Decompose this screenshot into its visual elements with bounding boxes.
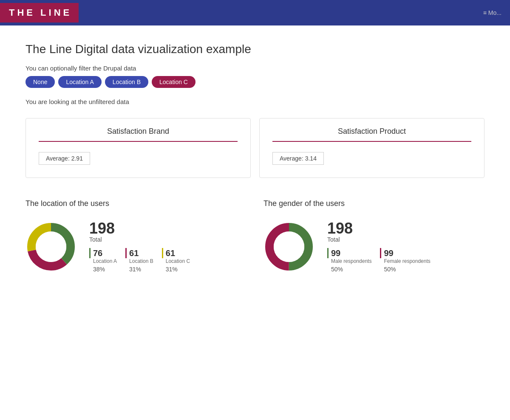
location-c-num: 61: [162, 248, 175, 258]
location-a-desc: Location A: [89, 258, 117, 264]
gender-chart-container: 198 Total 99 Male respondents 50% 99 Fem…: [264, 221, 484, 273]
location-b-stat: 61 Location B 31%: [125, 248, 153, 273]
satisfaction-brand-card: Satisfaction Brand Average: 2.91: [26, 118, 251, 178]
female-num: 99: [380, 248, 393, 258]
charts-row: The location of the users 198: [26, 199, 484, 273]
female-stat: 99 Female respondents 50%: [380, 248, 430, 273]
satisfaction-product-average: Average: 3.14: [272, 152, 324, 165]
svg-point-6: [274, 231, 304, 262]
location-total-num: 198: [89, 221, 246, 236]
male-stat: 99 Male respondents 50%: [327, 248, 371, 273]
location-c-stat: 61 Location C 31%: [162, 248, 190, 273]
location-a-stat: 76 Location A 38%: [89, 248, 117, 273]
location-donut-chart: [26, 221, 76, 272]
location-stat-items: 76 Location A 38% 61 Location B 31% 61 L…: [89, 248, 246, 273]
gender-total-num: 198: [327, 221, 484, 236]
header: THE LINE ≡ Mo...: [0, 0, 510, 25]
card-divider: [39, 141, 238, 142]
female-desc: Female respondents: [380, 258, 430, 264]
gender-total-label: Total: [327, 236, 484, 243]
filter-location-c-button[interactable]: Location C: [152, 76, 196, 88]
location-chart-title: The location of the users: [26, 199, 246, 208]
filter-location-b-button[interactable]: Location B: [105, 76, 148, 88]
unfiltered-text: You are looking at the unfiltered data: [26, 98, 484, 105]
gender-donut-chart: [264, 221, 314, 272]
gender-stats: 198 Total 99 Male respondents 50% 99 Fem…: [327, 221, 484, 273]
filter-buttons: None Location A Location B Location C: [26, 76, 484, 88]
gender-stat-items: 99 Male respondents 50% 99 Female respon…: [327, 248, 484, 273]
location-stats: 198 Total 76 Location A 38% 61 Location …: [89, 221, 246, 273]
page-title: The Line Digital data vizualization exam…: [26, 42, 484, 56]
satisfaction-brand-average: Average: 2.91: [39, 152, 90, 165]
location-chart-section: The location of the users 198: [26, 199, 246, 273]
location-c-pct: 31%: [162, 266, 178, 273]
location-chart-container: 198 Total 76 Location A 38% 61 Location …: [26, 221, 246, 273]
gender-chart-title: The gender of the users: [264, 199, 484, 208]
location-c-desc: Location C: [162, 258, 190, 264]
location-a-num: 76: [89, 248, 102, 258]
male-num: 99: [327, 248, 340, 258]
logo: THE LINE: [0, 3, 79, 23]
filter-label: You can optionally filter the Drupal dat…: [26, 65, 484, 72]
satisfaction-product-title: Satisfaction Product: [272, 127, 471, 136]
filter-location-a-button[interactable]: Location A: [58, 76, 101, 88]
svg-point-3: [36, 231, 66, 262]
filter-none-button[interactable]: None: [26, 76, 55, 88]
male-pct: 50%: [327, 266, 343, 273]
card-divider-product: [272, 141, 471, 142]
satisfaction-brand-title: Satisfaction Brand: [39, 127, 238, 136]
location-a-pct: 38%: [89, 266, 105, 273]
main-content: The Line Digital data vizualization exam…: [0, 25, 510, 290]
satisfaction-row: Satisfaction Brand Average: 2.91 Satisfa…: [26, 118, 484, 178]
male-desc: Male respondents: [327, 258, 371, 264]
location-b-desc: Location B: [125, 258, 153, 264]
location-b-num: 61: [125, 248, 139, 258]
satisfaction-product-card: Satisfaction Product Average: 3.14: [259, 118, 484, 178]
gender-chart-section: The gender of the users 198 Total: [264, 199, 484, 273]
female-pct: 50%: [380, 266, 396, 273]
location-total-label: Total: [89, 236, 246, 243]
menu-icon[interactable]: ≡ Mo...: [483, 9, 502, 16]
location-b-pct: 31%: [125, 266, 141, 273]
